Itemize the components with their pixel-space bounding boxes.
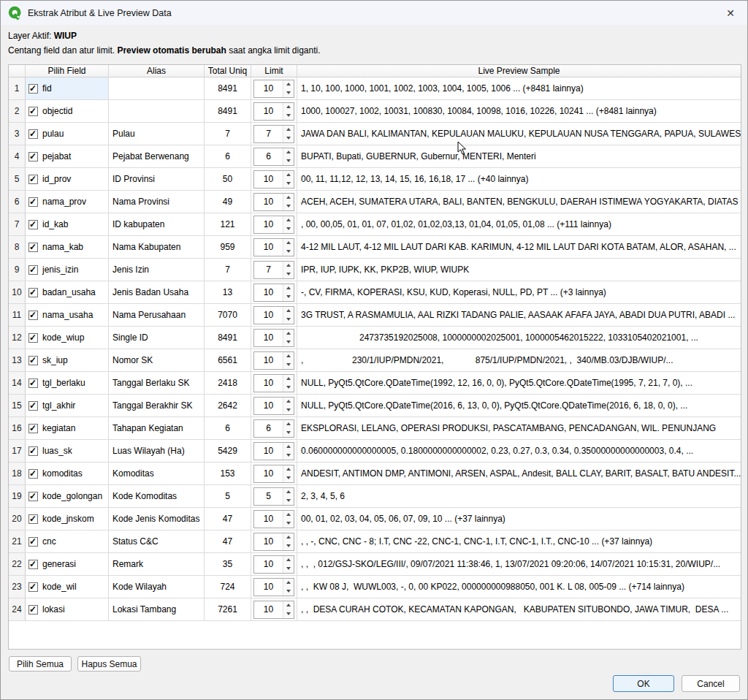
limit-value[interactable]: 6 xyxy=(254,148,283,165)
field-cell[interactable]: id_prov xyxy=(26,168,109,191)
alias-cell[interactable]: Nama Perusahaan xyxy=(109,304,205,327)
spin-up-icon[interactable] xyxy=(283,262,294,270)
spin-down-icon[interactable] xyxy=(283,270,294,278)
spin-up-icon[interactable] xyxy=(283,511,294,520)
alias-cell[interactable]: Tanggal Berakhir SK xyxy=(109,395,205,417)
limit-value[interactable]: 10 xyxy=(254,556,283,573)
spin-up-icon[interactable] xyxy=(283,126,294,134)
field-cell[interactable]: tgl_berlaku xyxy=(26,372,109,395)
field-cell[interactable]: lokasi xyxy=(26,598,109,621)
spin-down-icon[interactable] xyxy=(283,564,294,573)
spin-down-icon[interactable] xyxy=(283,247,294,256)
spin-up-icon[interactable] xyxy=(283,148,294,157)
limit-spinbox[interactable]: 10 xyxy=(253,510,294,528)
spin-up-icon[interactable] xyxy=(283,443,294,452)
spin-up-icon[interactable] xyxy=(283,352,294,361)
close-icon[interactable]: ✕ xyxy=(721,4,740,23)
field-cell[interactable]: nama_usaha xyxy=(26,304,109,327)
limit-spinbox[interactable]: 10 xyxy=(253,284,294,302)
field-cell[interactable]: pejabat xyxy=(26,145,109,168)
field-checkbox[interactable] xyxy=(28,243,38,252)
spin-down-icon[interactable] xyxy=(283,338,294,346)
spin-down-icon[interactable] xyxy=(283,609,294,618)
spin-down-icon[interactable] xyxy=(283,179,294,188)
limit-value[interactable]: 10 xyxy=(254,465,283,482)
limit-value[interactable]: 10 xyxy=(254,601,283,618)
limit-value[interactable]: 10 xyxy=(254,284,283,301)
field-checkbox[interactable] xyxy=(28,197,38,207)
alias-cell[interactable]: Jenis Izin xyxy=(109,259,205,281)
alias-cell[interactable]: Nama Provinsi xyxy=(109,191,205,213)
limit-spinbox[interactable]: 10 xyxy=(253,329,294,347)
limit-spinbox[interactable]: 10 xyxy=(253,533,294,551)
spin-down-icon[interactable] xyxy=(283,383,294,392)
field-cell[interactable]: kode_wil xyxy=(26,576,109,598)
field-checkbox[interactable] xyxy=(28,582,38,592)
alias-cell[interactable]: Status C&C xyxy=(109,530,205,553)
spin-down-icon[interactable] xyxy=(283,496,294,505)
limit-value[interactable]: 10 xyxy=(254,397,283,414)
field-cell[interactable]: kegiatan xyxy=(26,417,109,440)
field-cell[interactable]: jenis_izin xyxy=(26,259,109,281)
alias-cell[interactable] xyxy=(109,100,205,123)
field-checkbox[interactable] xyxy=(28,560,38,569)
limit-spinbox[interactable]: 10 xyxy=(253,80,294,98)
clear-all-button[interactable]: Hapus Semua xyxy=(77,656,141,672)
field-cell[interactable]: tgl_akhir xyxy=(26,395,109,417)
limit-spinbox[interactable]: 7 xyxy=(253,125,294,143)
alias-cell[interactable]: Jenis Badan Usaha xyxy=(109,281,205,304)
field-cell[interactable]: badan_usaha xyxy=(26,281,109,304)
limit-value[interactable]: 10 xyxy=(254,352,283,369)
field-checkbox[interactable] xyxy=(28,152,38,161)
field-cell[interactable]: cnc xyxy=(26,530,109,553)
spin-down-icon[interactable] xyxy=(283,360,294,369)
limit-value[interactable]: 10 xyxy=(254,533,283,550)
field-checkbox[interactable] xyxy=(28,605,38,615)
alias-cell[interactable]: Pejabat Berwenang xyxy=(109,145,205,168)
alias-cell[interactable]: ID Provinsi xyxy=(109,168,205,191)
limit-spinbox[interactable]: 10 xyxy=(253,374,294,392)
limit-spinbox[interactable]: 6 xyxy=(253,419,294,438)
spin-up-icon[interactable] xyxy=(283,375,294,384)
field-checkbox[interactable] xyxy=(28,333,38,343)
field-checkbox[interactable] xyxy=(28,424,38,433)
field-checkbox[interactable] xyxy=(28,175,38,184)
field-checkbox[interactable] xyxy=(28,378,38,388)
limit-value[interactable]: 10 xyxy=(254,171,283,188)
spin-down-icon[interactable] xyxy=(283,428,294,437)
spin-up-icon[interactable] xyxy=(283,103,294,112)
limit-value[interactable]: 5 xyxy=(254,488,283,505)
field-checkbox[interactable] xyxy=(28,537,38,547)
field-checkbox[interactable] xyxy=(28,356,38,365)
field-checkbox[interactable] xyxy=(28,492,38,501)
spin-up-icon[interactable] xyxy=(283,397,294,406)
field-cell[interactable]: kode_wiup xyxy=(26,327,109,349)
spin-down-icon[interactable] xyxy=(283,224,294,233)
spin-down-icon[interactable] xyxy=(283,315,294,324)
spin-up-icon[interactable] xyxy=(283,533,294,542)
spin-up-icon[interactable] xyxy=(283,216,294,225)
alias-cell[interactable] xyxy=(109,77,205,100)
spin-up-icon[interactable] xyxy=(283,488,294,497)
spin-up-icon[interactable] xyxy=(283,284,294,293)
alias-cell[interactable]: Tahapan Kegiatan xyxy=(109,417,205,440)
field-checkbox[interactable] xyxy=(28,220,38,229)
limit-value[interactable]: 10 xyxy=(254,330,283,346)
field-checkbox[interactable] xyxy=(28,107,38,116)
limit-spinbox[interactable]: 10 xyxy=(253,238,294,256)
limit-spinbox[interactable]: 10 xyxy=(253,465,294,483)
field-cell[interactable]: komoditas xyxy=(26,463,109,485)
limit-value[interactable]: 10 xyxy=(254,307,283,324)
limit-spinbox[interactable]: 6 xyxy=(253,148,294,166)
limit-value[interactable]: 7 xyxy=(254,126,283,142)
spin-down-icon[interactable] xyxy=(283,111,294,120)
limit-value[interactable]: 6 xyxy=(254,420,283,437)
alias-cell[interactable]: Kode Jenis Komoditas xyxy=(109,508,205,530)
field-cell[interactable]: fid xyxy=(26,77,109,100)
alias-cell[interactable]: Remark xyxy=(109,553,205,576)
limit-spinbox[interactable]: 10 xyxy=(253,170,294,189)
field-cell[interactable]: sk_iup xyxy=(26,349,109,372)
field-cell[interactable]: kode_jnskom xyxy=(26,508,109,530)
alias-cell[interactable]: Kode Komoditas xyxy=(109,485,205,508)
spin-up-icon[interactable] xyxy=(283,194,294,202)
